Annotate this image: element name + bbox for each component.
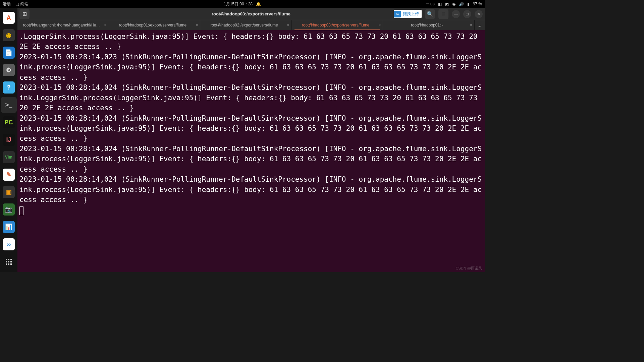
settings-icon: ⚙ <box>3 64 15 76</box>
terminal-tab-4[interactable]: root@hadoop01:~× <box>383 20 475 30</box>
tab-close-icon[interactable]: × <box>104 23 107 27</box>
cloud-icon: ∞ <box>3 238 15 250</box>
gedit-icon: ✎ <box>3 169 15 181</box>
apps-icon <box>3 256 15 268</box>
tab-bar: root@huanganchi: /home/huanganchi/Ha...×… <box>17 20 485 30</box>
software-icon: A <box>3 12 15 24</box>
upload-widget[interactable]: ∞ 拖拽上传 <box>394 10 422 18</box>
dock-item-pycharm[interactable]: PC <box>1 114 17 130</box>
notification-bell-icon[interactable]: 🔔 <box>256 2 261 6</box>
battery-percent: 97 % <box>473 2 482 6</box>
dock-item-vbox[interactable]: ▣ <box>1 184 17 200</box>
tab-label: root@huanganchi: /home/huanganchi/Ha... <box>23 23 100 27</box>
dock-item-settings[interactable]: ⚙ <box>1 62 17 78</box>
tab-close-icon[interactable]: × <box>378 23 381 27</box>
tab-label: root@hadoop01:~ <box>411 23 443 27</box>
gnome-top-bar: 活动 ▢ 终端 1月15日 00：28 🔔 ▭ us ◧ ◩ ◉ 🔊 ▮ 97 … <box>0 0 485 8</box>
dock-item-music[interactable]: ◉ <box>1 27 17 43</box>
meeting-icon: 📊 <box>3 221 15 233</box>
dock-item-apps[interactable] <box>1 254 17 270</box>
activities-button[interactable]: 活动 <box>3 1 11 7</box>
dock-item-cloud[interactable]: ∞ <box>1 236 17 252</box>
tab-close-icon[interactable]: × <box>196 23 198 27</box>
tab-dropdown-button[interactable]: ⌄ <box>475 20 485 30</box>
dock-item-gedit[interactable]: ✎ <box>1 167 17 183</box>
dock-item-meeting[interactable]: 📊 <box>1 219 17 235</box>
close-button[interactable]: ✕ <box>475 10 483 18</box>
minimize-button[interactable]: — <box>452 10 460 18</box>
terminal-cursor <box>19 206 23 215</box>
ubuntu-dock: A◉📄⚙?>_PCIJVim✎▣📷📊∞ <box>0 8 17 272</box>
watermark: CSDN @雨诺风 <box>456 266 482 271</box>
close-icon: ✕ <box>477 12 480 16</box>
dock-item-terminal[interactable]: >_ <box>1 97 17 113</box>
input-lang-label: us <box>430 2 435 6</box>
pycharm-icon: PC <box>3 116 15 128</box>
terminal-icon: >_ <box>3 99 15 111</box>
input-method[interactable]: ▭ us <box>426 2 435 6</box>
new-tab-icon: ⊞ <box>22 11 27 17</box>
dock-item-vim[interactable]: Vim <box>1 149 17 165</box>
app-indicator-label: 终端 <box>20 2 29 6</box>
tab-label: root@hadoop03:/export/servers/flume <box>302 23 370 27</box>
battery-icon[interactable]: ▮ <box>467 2 470 6</box>
menu-button[interactable]: ≡ <box>438 9 448 19</box>
tab-close-icon[interactable]: × <box>287 23 289 27</box>
help-icon: ? <box>3 81 15 94</box>
hamburger-icon: ≡ <box>442 11 445 17</box>
music-icon: ◉ <box>3 29 15 41</box>
tab-label: root@hadoop02:/export/servers/flume <box>210 23 278 27</box>
new-tab-button[interactable]: ⊞ <box>19 9 30 19</box>
writer-icon: 📄 <box>3 47 15 59</box>
terminal-tab-2[interactable]: root@hadoop02:/export/servers/flume× <box>200 20 292 30</box>
dock-item-writer[interactable]: 📄 <box>1 45 17 61</box>
dock-item-idea[interactable]: IJ <box>1 132 17 148</box>
minimize-icon: — <box>454 12 458 16</box>
maximize-button[interactable]: □ <box>463 10 471 18</box>
vbox-icon: ▣ <box>3 186 15 198</box>
terminal-tab-1[interactable]: root@hadoop01:/export/servers/flume× <box>109 20 201 30</box>
tab-close-icon[interactable]: × <box>470 23 472 27</box>
tray-icon-1[interactable]: ◧ <box>438 2 442 6</box>
volume-icon[interactable]: 🔊 <box>459 2 464 6</box>
screenshot-icon: 📷 <box>3 203 15 216</box>
upload-label: 拖拽上传 <box>403 11 419 17</box>
terminal-output[interactable]: .LoggerSink.process(LoggerSink.java:95)]… <box>17 30 485 272</box>
app-indicator[interactable]: ▢ 终端 <box>15 1 29 7</box>
vim-icon: Vim <box>3 151 15 163</box>
window-title-bar: ⊞ root@hadoop03:/export/servers/flume ∞ … <box>17 8 485 20</box>
terminal-tab-0[interactable]: root@huanganchi: /home/huanganchi/Ha...× <box>17 20 109 30</box>
terminal-window: ⊞ root@hadoop03:/export/servers/flume ∞ … <box>17 8 485 272</box>
idea-icon: IJ <box>3 134 15 146</box>
terminal-mini-icon: ▢ <box>15 2 19 6</box>
search-icon: 🔍 <box>427 11 433 17</box>
maximize-icon: □ <box>466 12 468 16</box>
terminal-tab-3[interactable]: root@hadoop03:/export/servers/flume× <box>292 20 383 30</box>
dock-item-help[interactable]: ? <box>1 79 17 96</box>
search-button[interactable]: 🔍 <box>425 9 435 19</box>
clock[interactable]: 1月15日 00：28 <box>224 1 253 7</box>
dock-item-screenshot[interactable]: 📷 <box>1 201 17 218</box>
dock-item-software[interactable]: A <box>1 10 17 26</box>
tray-icon-2[interactable]: ◩ <box>445 2 449 6</box>
window-title: root@hadoop03:/export/servers/flume <box>212 11 290 16</box>
cloud-upload-icon: ∞ <box>394 11 401 17</box>
wifi-icon[interactable]: ◉ <box>452 2 455 6</box>
tab-label: root@hadoop01:/export/servers/flume <box>119 23 187 27</box>
